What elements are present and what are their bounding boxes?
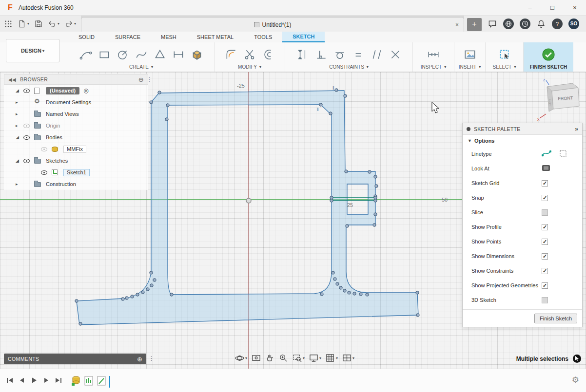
viewports-icon[interactable]: ▾: [342, 354, 354, 363]
maximize-button[interactable]: □: [541, 0, 564, 16]
option-checkbox[interactable]: [542, 253, 548, 260]
symmetry-constraint-icon[interactable]: [388, 46, 403, 63]
tree-row[interactable]: ▸ Origin: [4, 120, 148, 131]
document-tab[interactable]: Untitled*(1) ×: [81, 17, 464, 32]
dimension-label[interactable]: 50: [442, 197, 448, 203]
collapse-panel-icon[interactable]: ◀◀: [8, 77, 16, 82]
sketch-point[interactable]: [375, 185, 378, 187]
option-checkbox[interactable]: [542, 239, 548, 245]
modify-menu[interactable]: MODIFY▾: [238, 64, 261, 71]
app-grid-icon[interactable]: [4, 19, 13, 28]
tree-node-label[interactable]: (Unsaved): [46, 87, 79, 94]
minimize-button[interactable]: –: [519, 0, 541, 16]
visibility-eye-icon[interactable]: [23, 135, 34, 140]
ribbon-tab[interactable]: SURFACE: [105, 32, 151, 42]
tree-node-label[interactable]: Bodies: [46, 134, 62, 140]
zoom-icon[interactable]: [279, 354, 288, 363]
option-checkbox[interactable]: [542, 297, 548, 303]
display-settings-icon[interactable]: ▾: [309, 354, 321, 363]
minimize-panel-icon[interactable]: ⊖: [138, 76, 144, 83]
sketch-point[interactable]: [374, 196, 377, 199]
select-menu[interactable]: SELECT▾: [493, 64, 516, 71]
sketch-point[interactable]: [319, 103, 322, 106]
slot-tool-icon[interactable]: [171, 46, 186, 63]
dimension-label[interactable]: 25: [347, 202, 353, 208]
tab-close-icon[interactable]: ×: [455, 21, 459, 28]
offset-tool-icon[interactable]: [261, 46, 275, 63]
expand-arrow-icon[interactable]: ▸: [16, 112, 23, 116]
play-button[interactable]: [30, 376, 38, 384]
constraints-menu[interactable]: CONSTRAINTS▾: [329, 64, 369, 71]
sketch-point[interactable]: [374, 213, 377, 216]
tree-node-label[interactable]: Sketch1: [63, 169, 90, 176]
finish-sketch-button[interactable]: FINISH SKETCH: [530, 64, 567, 71]
step-back-button[interactable]: [18, 376, 26, 384]
orbit-icon[interactable]: ▾: [235, 354, 247, 363]
tree-row[interactable]: ▸ Document Settings: [4, 96, 148, 108]
selection-cursor-icon[interactable]: [573, 355, 581, 363]
visibility-eye-icon[interactable]: [41, 147, 52, 151]
sketch-point[interactable]: [150, 101, 153, 104]
option-checkbox[interactable]: [542, 209, 548, 216]
sketch-point[interactable]: [343, 289, 346, 292]
parallel-constraint-icon[interactable]: [370, 46, 384, 63]
viewcube-front-label[interactable]: FRONT: [558, 95, 573, 101]
sketch-point[interactable]: [345, 170, 348, 173]
comments-bar[interactable]: COMMENTS ⊕: [4, 354, 146, 364]
sketch-point[interactable]: [330, 196, 333, 199]
dimension-label[interactable]: -25: [237, 83, 245, 89]
close-button[interactable]: ×: [564, 0, 586, 16]
sketch-point[interactable]: [332, 271, 334, 274]
ribbon-tab[interactable]: SHEET METAL: [187, 32, 244, 42]
sketch-point[interactable]: [165, 118, 168, 121]
sketch-point[interactable]: [346, 224, 349, 227]
timeline-sketch2-feature-icon[interactable]: [97, 375, 106, 388]
sketch-point[interactable]: [366, 293, 369, 296]
sketch-dimension-icon[interactable]: [295, 46, 310, 63]
sketch-point[interactable]: [150, 284, 153, 287]
sketch-point[interactable]: [79, 322, 82, 325]
inspect-menu[interactable]: INSPECT▾: [421, 64, 446, 71]
sketch-point[interactable]: [158, 91, 161, 94]
workspace-selector[interactable]: DESIGN▾: [6, 39, 59, 62]
sketch-point[interactable]: [359, 293, 362, 296]
sketch-point[interactable]: [374, 175, 377, 178]
grid-settings-icon[interactable]: ▾: [326, 354, 338, 363]
visibility-eye-icon[interactable]: [41, 170, 52, 175]
expand-arrow-icon[interactable]: ▸: [16, 100, 23, 105]
panel-grip-icon[interactable]: ⋮: [147, 76, 153, 83]
sketch-point[interactable]: [344, 94, 347, 97]
step-forward-button[interactable]: [42, 376, 50, 384]
perpendicular-constraint-icon[interactable]: [314, 46, 329, 63]
web-globe-icon[interactable]: [503, 19, 514, 29]
visibility-eye-icon[interactable]: [23, 89, 34, 93]
new-tab-button[interactable]: +: [467, 18, 482, 31]
sketch-point[interactable]: [75, 299, 78, 302]
expand-arrow-icon[interactable]: ▸: [16, 123, 23, 128]
browser-header[interactable]: ◀◀ BROWSER ⊖ ⋮: [4, 74, 148, 85]
tree-row[interactable]: ◢ Sketches: [4, 155, 148, 167]
sketch-point[interactable]: [131, 295, 134, 298]
sketch-point[interactable]: [329, 112, 332, 115]
linetype-spline-icon[interactable]: [542, 149, 551, 158]
sketch-point[interactable]: [125, 297, 128, 299]
sketch-point[interactable]: [150, 271, 153, 274]
sketch-point[interactable]: [416, 314, 419, 317]
sketch-point[interactable]: [121, 298, 124, 300]
sketch-point[interactable]: [146, 288, 149, 291]
tree-row[interactable]: ◢ (Unsaved) ◎: [4, 85, 148, 96]
tree-node-label[interactable]: Construction: [46, 181, 76, 187]
viewcube-left-label[interactable]: LEFT: [548, 98, 552, 105]
measure-tool-icon[interactable]: [426, 46, 441, 63]
go-to-start-button[interactable]: [6, 376, 14, 384]
notification-bell-icon[interactable]: [536, 19, 546, 29]
canvas-viewport[interactable]: ‖ ‖ -252550 ◀◀ BROWSER ⊖ ⋮ ◢ (Unsaved): [0, 72, 586, 369]
option-checkbox[interactable]: [542, 195, 548, 201]
go-to-end-button[interactable]: [55, 376, 62, 384]
option-checkbox[interactable]: [542, 180, 548, 187]
ribbon-tab[interactable]: TOOLS: [244, 32, 282, 42]
sketch-point[interactable]: [153, 279, 156, 281]
history-clock-icon[interactable]: [520, 19, 530, 29]
zoom-window-icon[interactable]: ▾: [293, 354, 305, 363]
add-comment-icon[interactable]: ⊕: [137, 355, 142, 363]
